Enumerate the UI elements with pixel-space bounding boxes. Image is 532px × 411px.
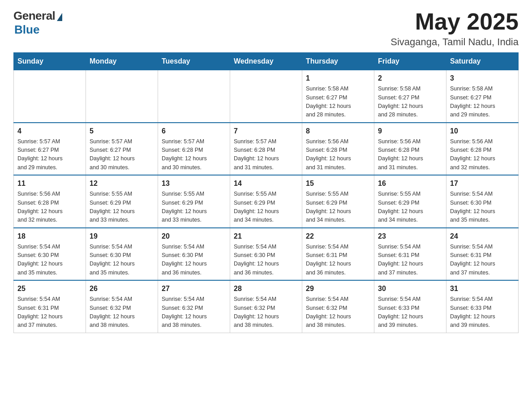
calendar-day-cell: 26Sunrise: 5:54 AMSunset: 6:32 PMDayligh… xyxy=(86,280,158,333)
day-info: Sunrise: 5:55 AMSunset: 6:29 PMDaylight:… xyxy=(162,190,226,225)
calendar-day-cell: 6Sunrise: 5:57 AMSunset: 6:28 PMDaylight… xyxy=(158,123,230,176)
day-of-week-header: Friday xyxy=(374,53,446,70)
calendar-day-cell: 3Sunrise: 5:58 AMSunset: 6:27 PMDaylight… xyxy=(446,70,519,123)
month-year-title: May 2025 xyxy=(390,9,519,34)
calendar-day-cell: 14Sunrise: 5:55 AMSunset: 6:29 PMDayligh… xyxy=(230,175,302,228)
logo-triangle-icon xyxy=(57,13,62,21)
calendar-day-cell: 12Sunrise: 5:55 AMSunset: 6:29 PMDayligh… xyxy=(86,175,158,228)
day-number: 30 xyxy=(378,283,442,294)
title-section: May 2025 Sivaganga, Tamil Nadu, India xyxy=(390,9,519,48)
day-number: 12 xyxy=(90,178,154,189)
day-info: Sunrise: 5:58 AMSunset: 6:27 PMDaylight:… xyxy=(306,85,370,120)
day-number: 28 xyxy=(234,283,298,294)
calendar-day-cell: 30Sunrise: 5:54 AMSunset: 6:33 PMDayligh… xyxy=(374,280,446,333)
day-info: Sunrise: 5:55 AMSunset: 6:29 PMDaylight:… xyxy=(90,190,154,225)
day-number: 9 xyxy=(378,126,442,137)
calendar-day-cell: 15Sunrise: 5:55 AMSunset: 6:29 PMDayligh… xyxy=(302,175,374,228)
calendar-day-cell xyxy=(86,70,158,123)
day-number: 29 xyxy=(306,283,370,294)
day-info: Sunrise: 5:56 AMSunset: 6:28 PMDaylight:… xyxy=(450,137,515,172)
calendar-week-row: 4Sunrise: 5:57 AMSunset: 6:27 PMDaylight… xyxy=(14,123,519,176)
day-number: 23 xyxy=(378,231,442,242)
day-info: Sunrise: 5:55 AMSunset: 6:29 PMDaylight:… xyxy=(306,190,370,225)
calendar-day-cell: 4Sunrise: 5:57 AMSunset: 6:27 PMDaylight… xyxy=(14,123,86,176)
day-number: 17 xyxy=(450,178,515,189)
day-info: Sunrise: 5:54 AMSunset: 6:32 PMDaylight:… xyxy=(306,295,370,330)
day-number: 14 xyxy=(234,178,298,189)
day-number: 4 xyxy=(17,126,82,137)
day-number: 31 xyxy=(450,283,515,294)
day-info: Sunrise: 5:58 AMSunset: 6:27 PMDaylight:… xyxy=(378,85,442,120)
logo-general-text: General xyxy=(13,9,55,23)
day-number: 5 xyxy=(90,126,154,137)
calendar-week-row: 18Sunrise: 5:54 AMSunset: 6:30 PMDayligh… xyxy=(14,228,519,281)
day-number: 7 xyxy=(234,126,298,137)
calendar-day-cell: 18Sunrise: 5:54 AMSunset: 6:30 PMDayligh… xyxy=(14,228,86,281)
day-number: 16 xyxy=(378,178,442,189)
day-info: Sunrise: 5:56 AMSunset: 6:28 PMDaylight:… xyxy=(17,190,82,225)
day-info: Sunrise: 5:54 AMSunset: 6:32 PMDaylight:… xyxy=(90,295,154,330)
calendar-day-cell: 7Sunrise: 5:57 AMSunset: 6:28 PMDaylight… xyxy=(230,123,302,176)
day-info: Sunrise: 5:56 AMSunset: 6:28 PMDaylight:… xyxy=(378,137,442,172)
day-info: Sunrise: 5:57 AMSunset: 6:27 PMDaylight:… xyxy=(17,137,82,172)
day-info: Sunrise: 5:57 AMSunset: 6:27 PMDaylight:… xyxy=(90,137,154,172)
day-number: 2 xyxy=(378,73,442,84)
calendar-week-row: 11Sunrise: 5:56 AMSunset: 6:28 PMDayligh… xyxy=(14,175,519,228)
calendar-day-cell xyxy=(158,70,230,123)
day-info: Sunrise: 5:54 AMSunset: 6:31 PMDaylight:… xyxy=(306,243,370,278)
day-info: Sunrise: 5:54 AMSunset: 6:33 PMDaylight:… xyxy=(378,295,442,330)
calendar-day-cell: 10Sunrise: 5:56 AMSunset: 6:28 PMDayligh… xyxy=(446,123,519,176)
calendar-day-cell: 28Sunrise: 5:54 AMSunset: 6:32 PMDayligh… xyxy=(230,280,302,333)
calendar-day-cell: 29Sunrise: 5:54 AMSunset: 6:32 PMDayligh… xyxy=(302,280,374,333)
day-number: 13 xyxy=(162,178,226,189)
logo-blue-text: Blue xyxy=(14,23,39,37)
calendar-day-cell: 23Sunrise: 5:54 AMSunset: 6:31 PMDayligh… xyxy=(374,228,446,281)
calendar-day-cell xyxy=(14,70,86,123)
day-info: Sunrise: 5:54 AMSunset: 6:31 PMDaylight:… xyxy=(17,295,82,330)
day-number: 10 xyxy=(450,126,515,137)
calendar-day-cell: 13Sunrise: 5:55 AMSunset: 6:29 PMDayligh… xyxy=(158,175,230,228)
day-info: Sunrise: 5:57 AMSunset: 6:28 PMDaylight:… xyxy=(234,137,298,172)
day-number: 1 xyxy=(306,73,370,84)
calendar-week-row: 25Sunrise: 5:54 AMSunset: 6:31 PMDayligh… xyxy=(14,280,519,333)
day-info: Sunrise: 5:54 AMSunset: 6:30 PMDaylight:… xyxy=(90,243,154,278)
day-info: Sunrise: 5:54 AMSunset: 6:32 PMDaylight:… xyxy=(234,295,298,330)
calendar-day-cell: 31Sunrise: 5:54 AMSunset: 6:33 PMDayligh… xyxy=(446,280,519,333)
day-info: Sunrise: 5:54 AMSunset: 6:31 PMDaylight:… xyxy=(378,243,442,278)
day-number: 15 xyxy=(306,178,370,189)
day-info: Sunrise: 5:54 AMSunset: 6:30 PMDaylight:… xyxy=(162,243,226,278)
day-info: Sunrise: 5:55 AMSunset: 6:29 PMDaylight:… xyxy=(378,190,442,225)
calendar-day-cell: 9Sunrise: 5:56 AMSunset: 6:28 PMDaylight… xyxy=(374,123,446,176)
day-of-week-header: Monday xyxy=(86,53,158,70)
calendar-day-cell: 21Sunrise: 5:54 AMSunset: 6:30 PMDayligh… xyxy=(230,228,302,281)
calendar-day-cell xyxy=(230,70,302,123)
day-info: Sunrise: 5:54 AMSunset: 6:30 PMDaylight:… xyxy=(450,190,515,225)
logo: General Blue xyxy=(13,9,62,37)
calendar-header-row: SundayMondayTuesdayWednesdayThursdayFrid… xyxy=(14,53,519,70)
day-number: 26 xyxy=(90,283,154,294)
calendar-day-cell: 8Sunrise: 5:56 AMSunset: 6:28 PMDaylight… xyxy=(302,123,374,176)
day-number: 11 xyxy=(17,178,82,189)
calendar-day-cell: 2Sunrise: 5:58 AMSunset: 6:27 PMDaylight… xyxy=(374,70,446,123)
day-number: 18 xyxy=(17,231,82,242)
calendar-day-cell: 27Sunrise: 5:54 AMSunset: 6:32 PMDayligh… xyxy=(158,280,230,333)
day-info: Sunrise: 5:54 AMSunset: 6:33 PMDaylight:… xyxy=(450,295,515,330)
day-of-week-header: Wednesday xyxy=(230,53,302,70)
day-number: 22 xyxy=(306,231,370,242)
day-of-week-header: Tuesday xyxy=(158,53,230,70)
day-info: Sunrise: 5:56 AMSunset: 6:28 PMDaylight:… xyxy=(306,137,370,172)
day-number: 25 xyxy=(17,283,82,294)
day-number: 3 xyxy=(450,73,515,84)
calendar-day-cell: 22Sunrise: 5:54 AMSunset: 6:31 PMDayligh… xyxy=(302,228,374,281)
day-number: 19 xyxy=(90,231,154,242)
day-number: 8 xyxy=(306,126,370,137)
day-info: Sunrise: 5:54 AMSunset: 6:31 PMDaylight:… xyxy=(450,243,515,278)
calendar-day-cell: 16Sunrise: 5:55 AMSunset: 6:29 PMDayligh… xyxy=(374,175,446,228)
calendar-day-cell: 1Sunrise: 5:58 AMSunset: 6:27 PMDaylight… xyxy=(302,70,374,123)
day-number: 21 xyxy=(234,231,298,242)
calendar-day-cell: 5Sunrise: 5:57 AMSunset: 6:27 PMDaylight… xyxy=(86,123,158,176)
day-of-week-header: Sunday xyxy=(14,53,86,70)
day-info: Sunrise: 5:54 AMSunset: 6:30 PMDaylight:… xyxy=(17,243,82,278)
day-number: 27 xyxy=(162,283,226,294)
calendar-week-row: 1Sunrise: 5:58 AMSunset: 6:27 PMDaylight… xyxy=(14,70,519,123)
